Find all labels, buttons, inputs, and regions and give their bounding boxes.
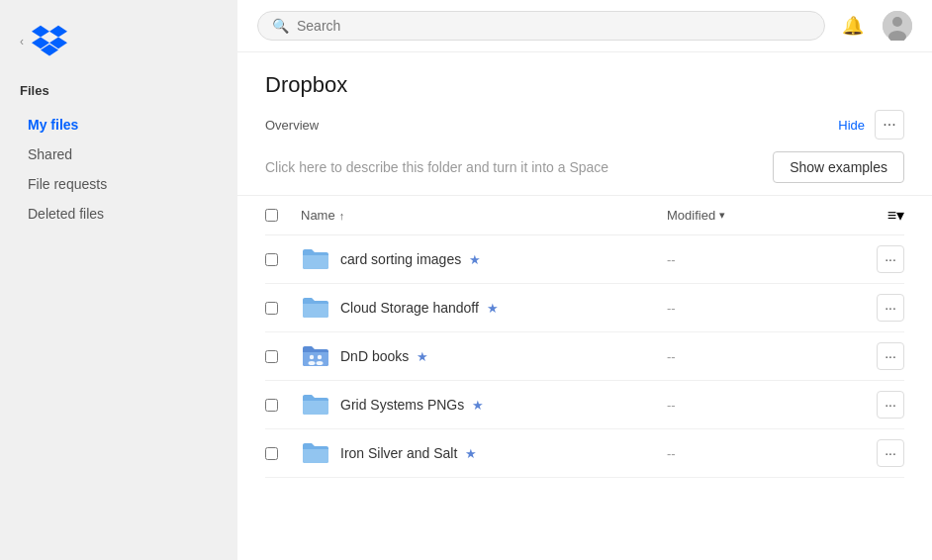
star-icon[interactable]: ★ (417, 349, 428, 364)
modified-value: -- (667, 252, 845, 267)
star-icon[interactable]: ★ (472, 398, 484, 413)
overview-actions: Hide ··· (838, 110, 904, 140)
modified-column-header[interactable]: Modified ▾ (667, 208, 845, 223)
main-panel: 🔍 🔔 Dropbox Overview Hide (237, 0, 932, 560)
name-column-header[interactable]: Name ↑ (301, 208, 667, 223)
row-checkbox[interactable] (265, 302, 278, 315)
file-list: card sorting images ★ -- ··· (265, 235, 904, 478)
folder-icon-col (301, 296, 340, 320)
row-actions: ··· (845, 294, 904, 322)
view-options-icon: ≡ (887, 207, 896, 225)
row-actions: ··· (845, 439, 904, 467)
row-checkbox[interactable] (265, 350, 278, 363)
file-name: Iron Silver and Salt (340, 445, 457, 461)
folder-icon-col (301, 344, 340, 368)
table-row[interactable]: card sorting images ★ -- ··· (265, 235, 904, 284)
sidebar: ‹ Files My files Shared File requests De… (0, 0, 237, 560)
overview-bar: Overview Hide ··· (265, 110, 904, 140)
more-icon: ··· (883, 116, 895, 134)
file-name: Cloud Storage handoff (340, 300, 479, 316)
row-more-button[interactable]: ··· (877, 245, 904, 273)
svg-point-1 (892, 17, 902, 27)
topbar: 🔍 🔔 (237, 0, 932, 52)
sidebar-item-my-files[interactable]: My files (8, 110, 230, 140)
folder-icon-col (301, 393, 340, 417)
sidebar-item-file-requests[interactable]: File requests (8, 169, 230, 199)
svg-point-3 (310, 355, 314, 359)
sidebar-item-deleted-files[interactable]: Deleted files (8, 199, 230, 229)
svg-point-6 (317, 361, 324, 365)
table-row[interactable]: Grid Systems PNGs ★ -- ··· (265, 381, 904, 429)
row-check-col (265, 350, 301, 363)
select-all-checkbox[interactable] (265, 209, 278, 222)
table-row[interactable]: Iron Silver and Salt ★ -- ··· (265, 429, 904, 478)
star-icon[interactable]: ★ (487, 301, 499, 316)
file-name: card sorting images (340, 251, 461, 267)
folder-icon (301, 296, 330, 320)
page-title: Dropbox (265, 72, 904, 98)
header-check-col (265, 209, 301, 222)
notification-button[interactable]: 🔔 (837, 10, 869, 42)
modified-value: -- (667, 349, 845, 364)
modified-value: -- (667, 398, 845, 413)
row-more-button[interactable]: ··· (877, 342, 904, 370)
avatar[interactable] (883, 11, 912, 41)
shared-folder-icon (301, 344, 330, 368)
search-icon: 🔍 (272, 18, 289, 34)
modified-value: -- (667, 446, 845, 461)
row-check-col (265, 302, 301, 315)
modified-col-label: Modified (667, 208, 715, 223)
row-more-button[interactable]: ··· (877, 439, 904, 467)
row-checkbox[interactable] (265, 253, 278, 266)
file-name-col: Iron Silver and Salt ★ (340, 445, 667, 461)
modified-value: -- (667, 301, 845, 316)
folder-icon (301, 441, 330, 465)
space-description: Click here to describe this folder and t… (265, 151, 904, 183)
svg-point-4 (309, 361, 316, 365)
file-list-header: Name ↑ Modified ▾ ≡ ▾ (265, 196, 904, 235)
row-actions: ··· (845, 391, 904, 419)
star-icon[interactable]: ★ (469, 252, 481, 267)
avatar-icon (883, 11, 912, 41)
row-checkbox[interactable] (265, 399, 278, 412)
files-section-label: Files (0, 79, 237, 110)
topbar-icons: 🔔 (837, 10, 912, 42)
show-examples-button[interactable]: Show examples (773, 151, 904, 183)
folder-icon-col (301, 247, 340, 271)
name-sort-icon: ↑ (339, 210, 345, 222)
row-more-button[interactable]: ··· (877, 294, 904, 322)
sidebar-nav: My files Shared File requests Deleted fi… (0, 110, 237, 229)
view-options-col[interactable]: ≡ ▾ (845, 206, 904, 225)
row-more-button[interactable]: ··· (877, 391, 904, 419)
logo-area: ‹ (0, 16, 237, 79)
content-area: Dropbox Overview Hide ··· Click here to … (237, 52, 932, 560)
row-actions: ··· (845, 245, 904, 273)
folder-icon (301, 247, 330, 271)
modified-sort-icon: ▾ (719, 209, 725, 222)
file-name-col: Cloud Storage handoff ★ (340, 300, 667, 316)
star-icon[interactable]: ★ (465, 446, 477, 461)
search-input[interactable] (297, 18, 810, 34)
table-row[interactable]: DnD books ★ -- ··· (265, 332, 904, 381)
row-check-col (265, 399, 301, 412)
hide-button[interactable]: Hide (838, 118, 865, 133)
row-actions: ··· (845, 342, 904, 370)
row-checkbox[interactable] (265, 447, 278, 460)
overview-more-button[interactable]: ··· (875, 110, 904, 140)
file-name: Grid Systems PNGs (340, 397, 464, 413)
table-row[interactable]: Cloud Storage handoff ★ -- ··· (265, 284, 904, 332)
space-description-text[interactable]: Click here to describe this folder and t… (265, 159, 757, 175)
notification-icon: 🔔 (842, 15, 864, 37)
file-name-col: card sorting images ★ (340, 251, 667, 267)
row-check-col (265, 447, 301, 460)
folder-icon-col (301, 441, 340, 465)
row-check-col (265, 253, 301, 266)
file-name-col: Grid Systems PNGs ★ (340, 397, 667, 413)
name-col-label: Name (301, 208, 335, 223)
collapse-icon[interactable]: ‹ (20, 35, 24, 48)
sidebar-item-shared[interactable]: Shared (8, 140, 230, 169)
view-chevron-icon: ▾ (896, 206, 904, 225)
file-name: DnD books (340, 348, 409, 364)
search-bar[interactable]: 🔍 (257, 11, 825, 41)
svg-point-5 (318, 355, 322, 359)
